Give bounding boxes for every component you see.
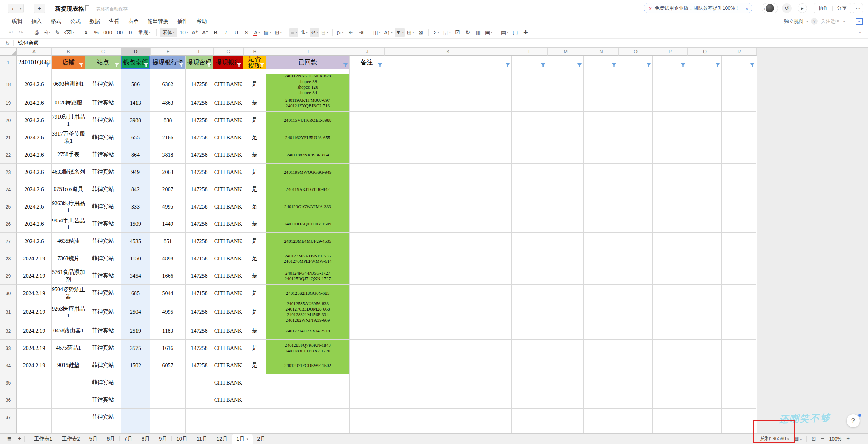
cell-J18[interactable] xyxy=(350,74,384,94)
cell-O18[interactable] xyxy=(618,74,653,94)
cell-L20[interactable] xyxy=(512,112,547,129)
cell-R26[interactable] xyxy=(722,215,756,233)
cell-N31[interactable] xyxy=(584,302,618,322)
cell-I25[interactable]: 240120C1GWATMA-333 xyxy=(266,198,350,215)
cell-C19[interactable]: 菲律宾站 xyxy=(85,94,121,112)
cell-C21[interactable]: 菲律宾站 xyxy=(85,129,121,146)
filter-funnel-icon[interactable] xyxy=(114,63,119,67)
cell-I32[interactable]: 24012714D7XXJ4-2519 xyxy=(266,322,350,340)
column-header-I[interactable]: I xyxy=(266,48,350,56)
cell-L24[interactable] xyxy=(512,181,547,198)
row-header-20[interactable]: 20 xyxy=(0,112,17,129)
cell-H19[interactable]: 是 xyxy=(243,94,266,112)
cell-P27[interactable] xyxy=(653,233,687,250)
cell-D27[interactable]: 4535 xyxy=(121,233,150,250)
borders-button[interactable]: ⊞▾ xyxy=(274,28,283,37)
cell-I31[interactable]: 240125S5AU6956-8332401270B3DQM28-6682401… xyxy=(266,302,350,322)
cell-C18[interactable]: 菲律宾站 xyxy=(85,74,121,94)
filter-funnel-icon[interactable] xyxy=(646,63,651,67)
cell-D36[interactable] xyxy=(121,391,150,409)
row-header-21[interactable]: 21 xyxy=(0,129,17,146)
cell-I29[interactable]: 240124PG44NJ5G-1727240125RQJ74QXN-1727 xyxy=(266,267,350,285)
cell-F22[interactable]: 147258 xyxy=(186,146,213,164)
cell-A36[interactable] xyxy=(17,391,52,409)
present-button[interactable]: ▶ xyxy=(798,3,807,13)
cell-L26[interactable] xyxy=(512,215,547,233)
cell-A22[interactable]: 2024.2.6 xyxy=(17,146,52,164)
cell-A29[interactable]: 2024.2.19 xyxy=(17,267,52,285)
cell-R31[interactable] xyxy=(722,302,756,322)
cell-Q21[interactable] xyxy=(687,129,722,146)
header-cell-G[interactable]: 提现银行 xyxy=(213,56,243,69)
menu-帮助[interactable]: 帮助 xyxy=(197,18,207,25)
cell-I36[interactable] xyxy=(266,391,350,409)
cell-R18[interactable] xyxy=(722,74,756,94)
cell-G36[interactable]: CITI BANK xyxy=(213,391,243,409)
follow-selection-button[interactable]: 关注选区 xyxy=(821,18,840,25)
cell-M37[interactable] xyxy=(547,409,584,426)
cell[interactable] xyxy=(618,69,653,74)
cell-E31[interactable]: 4995 xyxy=(150,302,186,322)
cell-M23[interactable] xyxy=(547,164,584,181)
cell-P33[interactable] xyxy=(653,340,687,357)
cell-G22[interactable]: CITI BANK xyxy=(213,146,243,164)
cell-J21[interactable] xyxy=(350,129,384,146)
chart-button[interactable]: ▥ xyxy=(474,28,483,37)
cell-M36[interactable] xyxy=(547,391,584,409)
cell[interactable] xyxy=(653,69,687,74)
cell-E30[interactable]: 5044 xyxy=(150,285,186,302)
sheet-tab-工作表1[interactable]: 工作表1 xyxy=(29,434,57,444)
menu-数据[interactable]: 数据 xyxy=(89,18,100,25)
cell-P22[interactable] xyxy=(653,146,687,164)
cell-E34[interactable]: 6057 xyxy=(150,357,186,374)
cell-B32[interactable]: 0458路由器1 xyxy=(52,322,85,340)
cell-L31[interactable] xyxy=(512,302,547,322)
cell-D34[interactable]: 1502 xyxy=(121,357,150,374)
cell[interactable] xyxy=(350,69,384,74)
row-header-22[interactable]: 22 xyxy=(0,146,17,164)
cell[interactable] xyxy=(85,69,121,74)
cell-L28[interactable] xyxy=(512,250,547,267)
cell-R27[interactable] xyxy=(722,233,756,250)
cell-E26[interactable]: 1449 xyxy=(150,215,186,233)
cell-B18[interactable]: 0693检测剂1 xyxy=(52,74,85,94)
select-all-corner[interactable] xyxy=(0,48,17,56)
cell-F24[interactable]: 147258 xyxy=(186,181,213,198)
print-button[interactable]: ⎙ xyxy=(32,28,41,37)
row-header-34[interactable]: 34 xyxy=(0,357,17,374)
cell-O26[interactable] xyxy=(618,215,653,233)
cell-B37[interactable] xyxy=(52,409,85,426)
cell-F21[interactable]: 147258 xyxy=(186,129,213,146)
cell-F19[interactable]: 147258 xyxy=(186,94,213,112)
cell-M35[interactable] xyxy=(547,374,584,391)
cell-A27[interactable]: 2024.2.6 xyxy=(17,233,52,250)
filter-funnel-icon[interactable] xyxy=(681,63,686,67)
cell-M19[interactable] xyxy=(547,94,584,112)
cell-G28[interactable]: CITI BANK xyxy=(213,250,243,267)
new-document-button[interactable]: + xyxy=(34,4,45,13)
filter-funnel-icon[interactable] xyxy=(541,63,546,67)
cell-M34[interactable] xyxy=(547,357,584,374)
column-header-J[interactable]: J xyxy=(350,48,385,56)
cell-R28[interactable] xyxy=(722,250,756,267)
cell-R22[interactable] xyxy=(722,146,756,164)
cell-K22[interactable] xyxy=(384,146,512,164)
cell-N18[interactable] xyxy=(584,74,618,94)
cell-G33[interactable]: CITI BANK xyxy=(213,340,243,357)
cell-Q36[interactable] xyxy=(687,391,722,409)
cell-F36[interactable] xyxy=(186,391,213,409)
cell-P26[interactable] xyxy=(653,215,687,233)
cell-J19[interactable] xyxy=(350,94,384,112)
cell-K31[interactable] xyxy=(384,302,512,322)
cell-L33[interactable] xyxy=(512,340,547,357)
cell-F35[interactable] xyxy=(186,374,213,391)
cell-J30[interactable] xyxy=(350,285,384,302)
cell-N23[interactable] xyxy=(584,164,618,181)
text-wrap-button[interactable]: ↩▾ xyxy=(310,28,319,37)
percent-button[interactable]: % xyxy=(92,28,101,37)
sum-button[interactable]: Σ▾ xyxy=(432,28,441,37)
increase-indent-button[interactable]: ⇥ xyxy=(357,28,366,37)
cell-O[interactable] xyxy=(618,426,653,433)
cell-K[interactable] xyxy=(384,426,512,433)
cell-B24[interactable]: 0751cos道具 xyxy=(52,181,85,198)
